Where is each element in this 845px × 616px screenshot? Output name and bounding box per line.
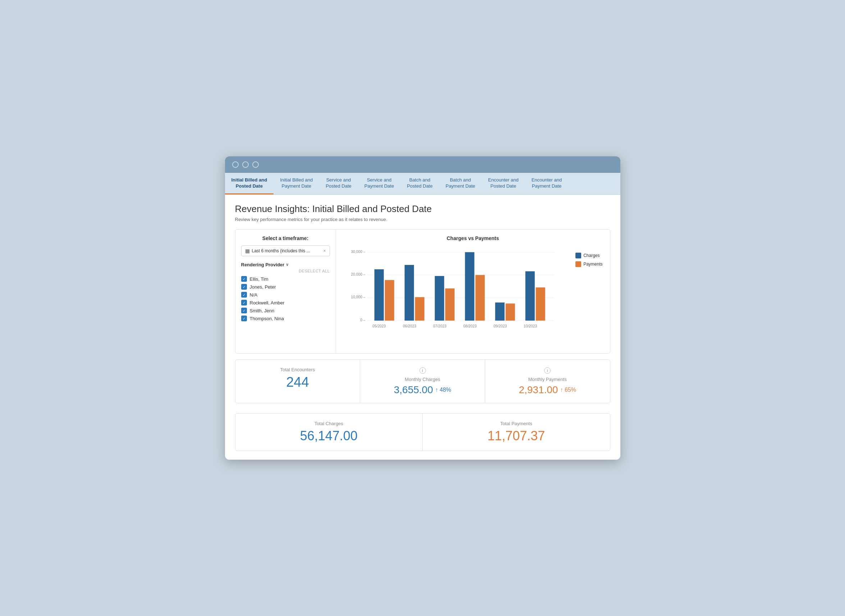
deselect-all-button[interactable]: DESELECT ALL [241,269,330,273]
info-icon-payments[interactable]: i [544,367,551,374]
title-bar [225,156,621,173]
timeframe-value: Last 6 months (includes this ... [252,248,321,253]
timeframe-select[interactable]: ▦ Last 6 months (includes this ... × [241,245,330,256]
bar-charges-0 [374,270,383,321]
svg-text:30,000 –: 30,000 – [351,250,365,254]
info-icon-charges[interactable]: i [420,367,426,374]
monthly-charges-change: ↑ 48% [435,387,451,393]
timeframe-clear-button[interactable]: × [323,248,326,253]
stats-row: Total Encounters 244 i Monthly Charges 3… [235,359,610,403]
bar-charges-5 [525,271,534,321]
total-encounters-value: 244 [243,374,353,390]
tab-initial-billed-payment[interactable]: Initial Billed andPayment Date [273,173,319,195]
monthly-payments-label: Monthly Payments [492,377,603,382]
provider-name-smith: Smith, Jenn [250,308,274,313]
provider-checkbox-ellis[interactable]: ✓ [241,276,247,282]
bar-charges-3 [465,252,474,321]
tabs-bar: Initial Billed andPosted Date Initial Bi… [225,173,621,195]
chart-panel: Charges vs Payments 30,000 – 20,000 – 10… [336,230,610,353]
total-charges-label: Total Charges [243,421,415,426]
svg-text:0 –: 0 – [360,318,365,322]
provider-label: Rendering Provider [241,262,285,267]
bar-payments-2 [445,289,454,321]
provider-checkbox-na[interactable]: ✓ [241,292,247,298]
provider-header[interactable]: Rendering Provider ∨ [241,262,330,267]
bar-payments-5 [535,287,545,321]
monthly-payments-value: 2,931.00 [519,384,558,396]
checkmark-icon: ✓ [243,277,245,281]
monthly-charges-row: 3,655.00 ↑ 48% [367,384,478,396]
bar-charges-1 [404,265,414,321]
legend-payments-color [575,261,581,267]
totals-row: Total Charges 56,147.00 Total Payments 1… [235,413,610,451]
monthly-charges-label: Monthly Charges [367,377,478,382]
traffic-light-1[interactable] [232,161,239,168]
traffic-light-2[interactable] [242,161,249,168]
provider-name-ellis: Ellis, Tim [250,276,268,282]
tab-initial-billed-posted[interactable]: Initial Billed andPosted Date [225,173,274,195]
monthly-payments-row: 2,931.00 ↑ 65% [492,384,603,396]
bar-charges-4 [495,303,504,321]
total-charges-value: 56,147.00 [243,428,415,443]
tab-service-posted[interactable]: Service andPosted Date [319,173,358,195]
legend-charges-color [575,253,581,258]
total-payments-label: Total Payments [430,421,603,426]
chart-area: 30,000 – 20,000 – 10,000 – 0 – [343,245,603,348]
page-title: Revenue Insights: Initial Billed and Pos… [235,204,610,214]
chart-title: Charges vs Payments [343,235,603,241]
provider-checkbox-smith[interactable]: ✓ [241,308,247,313]
bar-payments-0 [384,280,394,321]
stat-monthly-charges: i Monthly Charges 3,655.00 ↑ 48% [360,360,485,403]
svg-text:20,000 –: 20,000 – [351,273,365,276]
provider-item-ellis[interactable]: ✓ Ellis, Tim [241,276,330,282]
tab-batch-payment[interactable]: Batch andPayment Date [439,173,482,195]
provider-item-thompson[interactable]: ✓ Thompson, Nina [241,315,330,321]
stat-monthly-payments: i Monthly Payments 2,931.00 ↑ 65% [485,360,610,403]
svg-text:09/2023: 09/2023 [493,324,507,328]
provider-list: ✓ Ellis, Tim ✓ Jones, Peter ✓ N/A ✓ Rock… [241,276,330,321]
tab-service-payment[interactable]: Service andPayment Date [358,173,400,195]
svg-text:07/2023: 07/2023 [433,324,446,328]
svg-text:06/2023: 06/2023 [403,324,416,328]
filter-label: Select a timeframe: [241,235,330,241]
provider-name-thompson: Thompson, Nina [250,316,284,321]
legend-payments-label: Payments [583,262,602,267]
provider-name-rockwell: Rockwell, Amber [250,300,285,305]
tab-encounter-posted[interactable]: Encounter andPosted Date [482,173,525,195]
provider-name-jones: Jones, Peter [250,284,276,290]
provider-item-smith[interactable]: ✓ Smith, Jenn [241,308,330,313]
provider-item-na[interactable]: ✓ N/A [241,292,330,298]
bar-charges-2 [434,276,444,321]
provider-chevron-icon: ∨ [286,263,289,267]
provider-checkbox-thompson[interactable]: ✓ [241,315,247,321]
checkmark-icon: ✓ [243,301,245,305]
legend-charges: Charges [575,253,602,258]
legend-payments: Payments [575,261,602,267]
calendar-icon: ▦ [245,248,250,254]
checkmark-icon: ✓ [243,285,245,289]
provider-item-rockwell[interactable]: ✓ Rockwell, Amber [241,300,330,305]
tab-encounter-payment[interactable]: Encounter andPayment Date [525,173,569,195]
top-section: Select a timeframe: ▦ Last 6 months (inc… [235,229,610,353]
provider-name-na: N/A [250,292,258,298]
chart-svg-wrap: 30,000 – 20,000 – 10,000 – 0 – [343,245,570,348]
provider-checkbox-rockwell[interactable]: ✓ [241,300,247,305]
filter-panel: Select a timeframe: ▦ Last 6 months (inc… [235,230,336,353]
checkmark-icon: ✓ [243,317,245,321]
bar-payments-3 [475,275,484,321]
provider-item-jones[interactable]: ✓ Jones, Peter [241,284,330,290]
total-encounters-label: Total Encounters [243,367,353,373]
monthly-payments-change: ↑ 65% [560,387,576,393]
total-charges-card: Total Charges 56,147.00 [235,414,423,451]
chart-legend: Charges Payments [575,245,602,348]
svg-text:08/2023: 08/2023 [463,324,477,328]
tab-batch-posted[interactable]: Batch andPosted Date [400,173,439,195]
traffic-light-3[interactable] [252,161,259,168]
svg-text:05/2023: 05/2023 [373,324,386,328]
legend-charges-label: Charges [583,253,600,258]
bar-payments-4 [505,304,515,321]
page-subtitle: Review key performance metrics for your … [235,217,610,222]
main-content: Revenue Insights: Initial Billed and Pos… [225,195,621,460]
bar-payments-1 [415,297,424,321]
provider-checkbox-jones[interactable]: ✓ [241,284,247,290]
